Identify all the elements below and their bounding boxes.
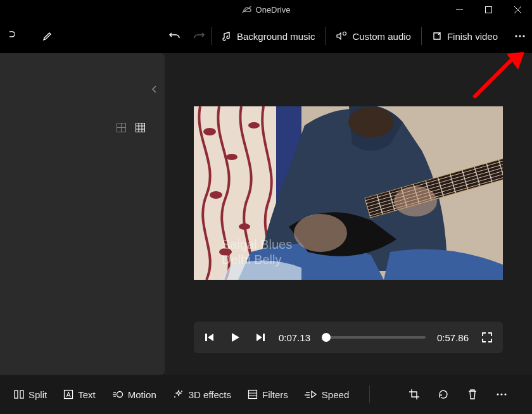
separator: [369, 386, 370, 403]
time-total: 0:57.86: [437, 332, 469, 343]
svg-point-46: [294, 214, 347, 252]
svg-rect-49: [263, 334, 265, 341]
svg-point-22: [239, 223, 250, 230]
preview-area: Saigal Blues Delhi Belly 0:07.13 0:57.86: [165, 53, 532, 375]
custom-audio-button[interactable]: Custom audio: [326, 19, 421, 53]
svg-rect-51: [20, 391, 23, 398]
svg-rect-50: [15, 391, 18, 398]
prev-frame-button[interactable]: [203, 330, 217, 344]
svg-point-67: [500, 393, 502, 395]
finish-video-label: Finish video: [447, 31, 498, 42]
svg-point-5: [343, 32, 346, 35]
fullscreen-icon: [481, 332, 493, 343]
watermark-line1: Saigal Blues: [222, 237, 292, 252]
seek-knob[interactable]: [322, 333, 331, 342]
svg-point-66: [497, 393, 498, 395]
speed-label: Speed: [322, 389, 349, 400]
maximize-button[interactable]: [474, 0, 503, 19]
finish-video-button[interactable]: Finish video: [422, 19, 508, 53]
edit-button[interactable]: [35, 19, 60, 53]
svg-point-47: [394, 186, 437, 216]
motion-icon: [112, 389, 124, 399]
svg-point-21: [210, 191, 222, 199]
top-toolbar: Background music Custom audio Finish vid…: [0, 19, 532, 53]
svg-point-59: [174, 396, 175, 398]
unknown-left-button[interactable]: [5, 19, 16, 53]
text-button[interactable]: A Text: [57, 383, 102, 406]
3d-effects-button[interactable]: 3D effects: [167, 383, 238, 406]
collapse-panel-button[interactable]: [151, 85, 158, 94]
export-icon: [432, 31, 442, 41]
more-icon: [514, 30, 526, 42]
next-frame-button[interactable]: [253, 330, 267, 344]
seek-slider[interactable]: [322, 336, 426, 339]
background-music-button[interactable]: Background music: [212, 19, 325, 53]
grid-2x2-icon: [117, 123, 126, 132]
chevron-left-icon: [151, 85, 158, 94]
undo-button[interactable]: [163, 19, 187, 53]
grid-small-button[interactable]: [134, 122, 146, 133]
filters-icon: [248, 389, 258, 399]
svg-rect-48: [205, 334, 207, 341]
minimize-button[interactable]: [445, 0, 474, 19]
svg-point-58: [181, 391, 182, 392]
bottom-more-button[interactable]: [495, 388, 508, 401]
svg-point-26: [348, 107, 394, 137]
background-music-label: Background music: [237, 31, 315, 42]
grid-large-button[interactable]: [115, 122, 127, 133]
3d-effects-label: 3D effects: [189, 389, 231, 400]
speed-button[interactable]: Speed: [298, 383, 355, 406]
filters-label: Filters: [262, 389, 288, 400]
rotate-icon: [438, 389, 449, 400]
svg-point-18: [203, 128, 216, 135]
play-icon: [229, 332, 241, 343]
step-forward-icon: [255, 332, 266, 343]
window-controls: [445, 0, 532, 19]
svg-point-7: [519, 35, 521, 37]
split-icon: [14, 389, 24, 399]
sparkle-icon: [173, 389, 184, 399]
redo-button[interactable]: [187, 19, 211, 53]
svg-text:A: A: [66, 391, 71, 398]
rotate-button[interactable]: [437, 388, 450, 401]
playback-bar: 0:07.13 0:57.86: [194, 322, 503, 353]
trash-icon: [467, 389, 478, 400]
fullscreen-button[interactable]: [480, 330, 494, 344]
motion-label: Motion: [128, 389, 156, 400]
crop-icon: [408, 389, 420, 400]
more-options-button[interactable]: [508, 19, 532, 53]
custom-audio-label: Custom audio: [352, 31, 411, 42]
svg-point-20: [248, 122, 260, 129]
motion-button[interactable]: Motion: [106, 383, 163, 406]
watermark: Saigal Blues Delhi Belly: [222, 237, 292, 267]
audio-settings-icon: [336, 31, 347, 41]
speed-icon: [305, 390, 317, 399]
time-current: 0:07.13: [279, 332, 310, 343]
text-label: Text: [78, 389, 96, 400]
more-icon: [496, 389, 507, 400]
svg-point-54: [117, 392, 122, 398]
text-icon: A: [63, 389, 73, 399]
filters-button[interactable]: Filters: [241, 383, 294, 406]
crop-button[interactable]: [408, 388, 421, 401]
svg-point-68: [504, 393, 506, 395]
watermark-line2: Delhi Belly: [222, 252, 292, 267]
split-button[interactable]: Split: [8, 383, 53, 406]
undo-icon: [168, 30, 181, 42]
play-button[interactable]: [228, 330, 242, 344]
video-preview[interactable]: Saigal Blues Delhi Belly: [194, 106, 503, 280]
music-icon: [222, 31, 232, 41]
delete-button[interactable]: [466, 388, 479, 401]
cloud-off-icon: [242, 6, 252, 13]
split-label: Split: [28, 389, 47, 400]
main-area: Saigal Blues Delhi Belly 0:07.13 0:57.86: [0, 53, 532, 375]
svg-rect-2: [485, 6, 491, 13]
redo-icon: [193, 30, 205, 42]
svg-point-6: [515, 35, 517, 37]
onedrive-label: OneDrive: [256, 5, 291, 15]
svg-point-8: [522, 35, 524, 37]
pencil-icon: [42, 30, 53, 42]
close-button[interactable]: [503, 0, 532, 19]
step-back-icon: [204, 332, 215, 343]
svg-rect-12: [136, 123, 144, 132]
